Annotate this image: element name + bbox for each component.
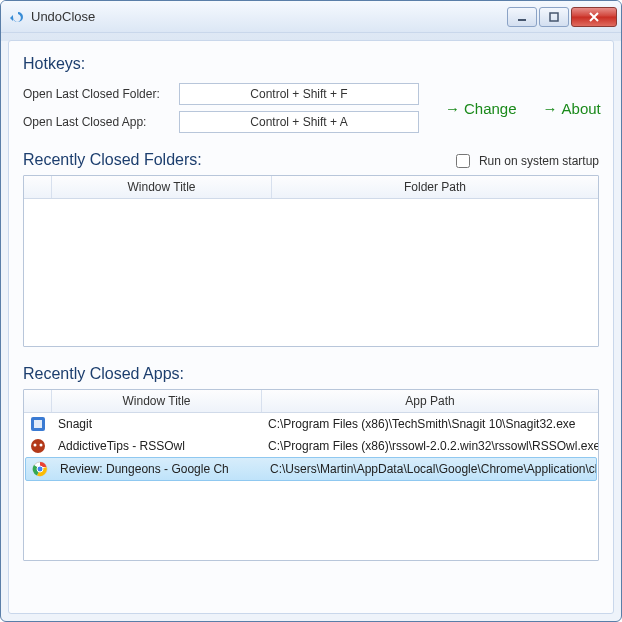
about-link[interactable]: → About [543,100,601,117]
hotkey-app-input[interactable] [179,111,419,133]
apps-rows: SnagitC:\Program Files (x86)\TechSmith\S… [24,413,598,481]
titlebar[interactable]: UndoClose [1,1,621,33]
side-links: → Change → About [425,100,601,117]
minimize-button[interactable] [507,7,537,27]
folders-heading: Recently Closed Folders: [23,151,202,169]
app-icon [9,9,25,25]
hotkeys-heading: Hotkeys: [23,55,599,73]
apps-row-title: AddictiveTips - RSSOwl [52,439,262,453]
arrow-right-icon: → [445,100,460,117]
rssowl-icon [24,438,52,454]
apps-row-path: C:\Program Files (x86)\TechSmith\Snagit … [262,417,598,431]
apps-row[interactable]: Review: Dungeons - Google ChC:\Users\Mar… [25,457,597,481]
chrome-icon [26,461,54,477]
svg-point-9 [37,466,43,472]
svg-point-4 [31,439,45,453]
window-controls [507,7,617,27]
folders-headers: Window Title Folder Path [24,176,598,199]
change-link-label: Change [464,100,517,117]
svg-rect-0 [518,19,526,21]
hotkey-app-label: Open Last Closed App: [23,115,173,129]
svg-rect-3 [34,420,42,428]
startup-toggle[interactable]: Run on system startup [452,151,599,171]
apps-headers: Window Title App Path [24,390,598,413]
folders-col-title[interactable]: Window Title [52,176,272,198]
apps-row-path: C:\Program Files (x86)\rssowl-2.0.2.win3… [262,439,598,453]
svg-point-6 [40,444,43,447]
apps-row[interactable]: SnagitC:\Program Files (x86)\TechSmith\S… [24,413,598,435]
startup-label: Run on system startup [479,154,599,168]
startup-checkbox[interactable] [456,154,470,168]
apps-col-icon[interactable] [24,390,52,412]
folders-col-path[interactable]: Folder Path [272,176,598,198]
maximize-button[interactable] [539,7,569,27]
window-title: UndoClose [31,9,507,24]
folders-list[interactable]: Window Title Folder Path [23,175,599,347]
svg-point-5 [34,444,37,447]
apps-row-title: Review: Dungeons - Google Ch [54,462,264,476]
apps-col-title[interactable]: Window Title [52,390,262,412]
client-area: Hotkeys: Open Last Closed Folder: → Chan… [8,40,614,614]
about-link-label: About [562,100,601,117]
app-window: UndoClose Hotkeys: Open Last Closed Fold… [0,0,622,622]
arrow-right-icon: → [543,100,558,117]
change-link[interactable]: → Change [445,100,517,117]
apps-row-path: C:\Users\Martin\AppData\Local\Google\Chr… [264,462,596,476]
apps-col-path[interactable]: App Path [262,390,598,412]
apps-row-title: Snagit [52,417,262,431]
close-button[interactable] [571,7,617,27]
svg-rect-1 [550,13,558,21]
hotkeys-grid: Open Last Closed Folder: → Change → Abou… [23,83,599,133]
folders-col-icon[interactable] [24,176,52,198]
snagit-icon [24,416,52,432]
apps-heading: Recently Closed Apps: [23,365,599,383]
hotkey-folder-label: Open Last Closed Folder: [23,87,173,101]
hotkey-folder-input[interactable] [179,83,419,105]
apps-row[interactable]: AddictiveTips - RSSOwlC:\Program Files (… [24,435,598,457]
apps-list[interactable]: Window Title App Path SnagitC:\Program F… [23,389,599,561]
